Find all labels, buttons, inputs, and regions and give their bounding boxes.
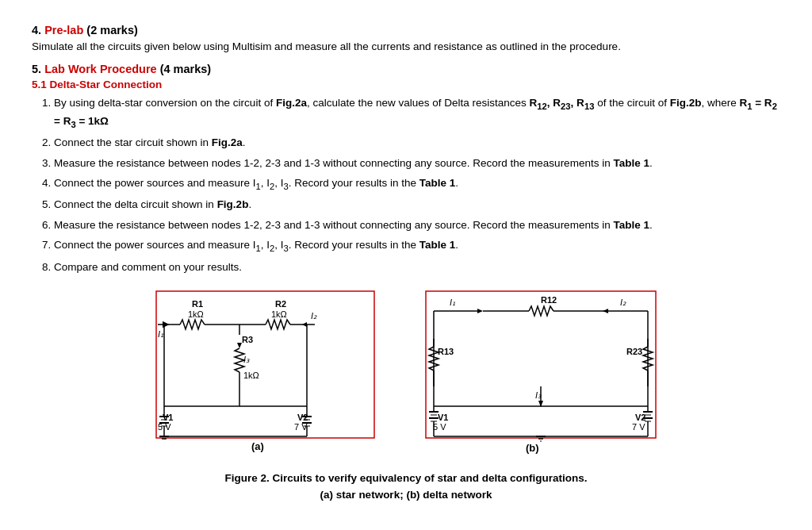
svg-text:R23: R23	[626, 347, 642, 356]
svg-text:1kΩ: 1kΩ	[243, 371, 259, 380]
labwork-title: 5. Lab Work Procedure (4 marks)	[32, 63, 780, 75]
labwork-number: 5.	[32, 63, 44, 75]
svg-text:1kΩ: 1kΩ	[271, 309, 287, 319]
prelab-label: Pre-lab	[44, 24, 83, 36]
svg-text:I₂: I₂	[620, 298, 626, 307]
figure-caption: Figure 2. Circuits to verify equivalency…	[32, 470, 780, 504]
list-item: Measure the resistance between nodes 1-2…	[54, 156, 780, 171]
svg-text:R2: R2	[275, 299, 286, 309]
svg-marker-12	[302, 322, 307, 327]
figure-container: R1 1kΩ I₁ R2 1kΩ I₂ R3	[32, 283, 780, 460]
delta-circuit-svg: I₁ R12 I₂ R13 R23	[418, 283, 664, 458]
list-item: Connect the delta circuit shown in Fig.2…	[54, 197, 780, 213]
labwork-marks: (4 marks)	[157, 63, 212, 75]
prelab-description: Simulate all the circuits given below us…	[32, 39, 780, 55]
prelab-marks: (2 marks)	[83, 24, 138, 36]
procedure-list: By using delta-star conversion on the ci…	[54, 95, 780, 275]
svg-text:(a): (a)	[251, 440, 264, 452]
svg-text:I₁: I₁	[450, 298, 455, 307]
svg-marker-51	[477, 309, 483, 313]
labwork-label: Lab Work Procedure	[44, 63, 157, 75]
list-item: Compare and comment on your results.	[54, 259, 780, 275]
svg-rect-49	[426, 291, 656, 438]
labwork-section: 5. Lab Work Procedure (4 marks) 5.1 Delt…	[32, 63, 780, 275]
svg-marker-57	[603, 309, 608, 313]
subsection-title: 5.1 Delta-Star Connection	[32, 79, 780, 90]
list-item: Measure the resistance between nodes 1-2…	[54, 217, 780, 233]
list-item: Connect the star circuit shown in Fig.2a…	[54, 135, 780, 151]
svg-text:R12: R12	[541, 295, 557, 305]
svg-marker-18	[237, 343, 242, 348]
svg-text:I₃: I₃	[243, 355, 250, 364]
star-circuit-svg: R1 1kΩ I₁ R2 1kΩ I₂ R3	[148, 283, 386, 458]
list-item: By using delta-star conversion on the ci…	[54, 95, 780, 131]
svg-text:(b): (b)	[526, 442, 539, 454]
svg-text:5 V: 5 V	[433, 422, 446, 432]
svg-text:R1: R1	[192, 299, 203, 309]
figure-caption-line2: (a) star network; (b) delta network	[32, 486, 780, 504]
prelab-number: 4.	[32, 24, 44, 36]
svg-text:1kΩ: 1kΩ	[188, 309, 204, 319]
figure-b: I₁ R12 I₂ R13 R23	[418, 283, 664, 460]
figure-caption-line1: Figure 2. Circuits to verify equivalency…	[32, 470, 780, 487]
list-item: Connect the power sources and measure I1…	[54, 237, 780, 255]
svg-text:I₁: I₁	[158, 329, 163, 339]
prelab-title: 4. Pre-lab (2 marks)	[32, 24, 780, 36]
prelab-section: 4. Pre-lab (2 marks) Simulate all the ci…	[32, 24, 780, 55]
svg-text:R3: R3	[242, 335, 253, 344]
svg-text:V1: V1	[438, 413, 448, 422]
svg-text:7 V: 7 V	[632, 422, 645, 432]
svg-text:I₂: I₂	[311, 311, 317, 321]
svg-text:R13: R13	[438, 347, 454, 356]
list-item: Connect the power sources and measure I1…	[54, 175, 780, 194]
figure-a: R1 1kΩ I₁ R2 1kΩ I₂ R3	[148, 283, 386, 460]
